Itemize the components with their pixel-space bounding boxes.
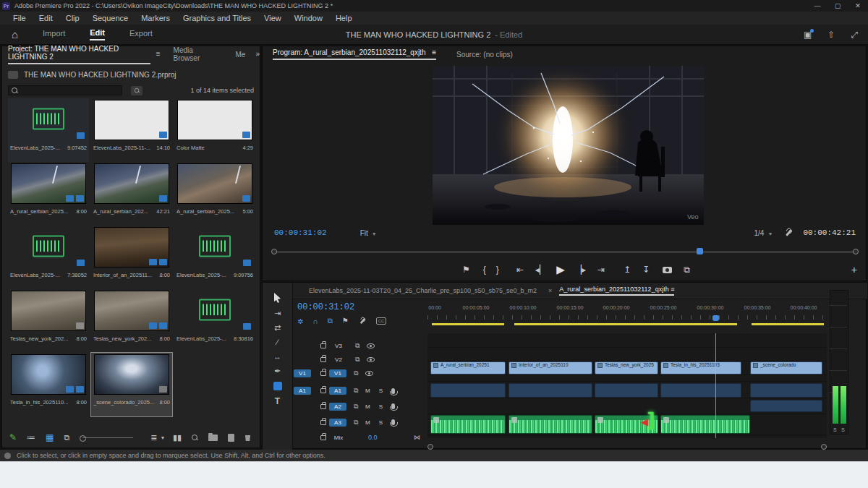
panel-menu-icon[interactable]: ≡	[156, 51, 161, 58]
project-item[interactable]: ElevenLabs_2025-...9:07452	[8, 98, 89, 162]
timeline-clip-music[interactable]	[660, 415, 750, 434]
project-item-selected[interactable]: _scene_colorado_2025...8:00	[91, 353, 172, 416]
sync-lock-icon[interactable]: ⧉	[355, 342, 359, 350]
writable-pencil-icon[interactable]: ✎	[9, 432, 17, 442]
timeline-clip-video[interactable]: A_rural_serbian_20251	[430, 361, 506, 374]
timeline-clip-video[interactable]: Teslas_new_york_2025	[595, 361, 658, 374]
menu-edit[interactable]: Edit	[39, 14, 53, 22]
track-name-a1[interactable]: A1	[329, 387, 346, 395]
zoom-slider[interactable]	[82, 437, 133, 438]
sync-lock-icon[interactable]: ⧉	[354, 403, 358, 411]
mix-level-value[interactable]: 0.0	[368, 434, 378, 441]
timeline-lanes[interactable]: A_rural_serbian_20251 Interior_of_an_202…	[427, 333, 827, 438]
lock-icon[interactable]	[320, 371, 326, 376]
track-name-v1[interactable]: V1	[329, 369, 346, 377]
project-item[interactable]: ElevenLabs_2025-...9:09756	[174, 226, 255, 289]
project-item[interactable]: A_rural_serbian_202...42:21	[91, 162, 172, 226]
project-item[interactable]: ElevenLabs_2025-...8:30816	[174, 289, 255, 353]
settings-wrench-icon[interactable]	[784, 228, 793, 237]
tab-program[interactable]: Program: A_rural_serbian_202511032112_qx…	[273, 48, 436, 60]
project-item[interactable]: A_rural_serbian_2025...5:00	[174, 162, 255, 226]
lock-icon[interactable]	[320, 420, 326, 425]
monitor-zoom-handle-left[interactable]	[271, 249, 277, 254]
project-item[interactable]: Color Matte4:29	[174, 98, 255, 162]
lift-icon[interactable]: ↥	[624, 265, 631, 275]
timeline-clip-audio[interactable]	[750, 383, 822, 398]
track-name-a3[interactable]: A3	[329, 419, 346, 427]
snap-icon[interactable]: ∩	[312, 317, 318, 325]
project-item[interactable]: ElevenLabs_2025-...7:38052	[8, 226, 89, 289]
trim-edit-bracket[interactable]: ]	[648, 408, 655, 431]
timeline-clip-audio[interactable]	[430, 383, 506, 398]
comparison-view-icon[interactable]: ⧉	[684, 265, 690, 275]
selection-tool-icon[interactable]	[273, 293, 281, 303]
source-patch-v1[interactable]: V1	[294, 369, 311, 377]
add-marker-icon[interactable]: ⚑	[462, 265, 470, 275]
timeline-settings-wrench-icon[interactable]	[359, 317, 366, 325]
tab-project[interactable]: Project: THE MAN WHO HACKED LIGHTNING 2	[8, 45, 150, 64]
track-visibility-eye-icon[interactable]	[367, 357, 375, 362]
timeline-clip-audio[interactable]	[509, 383, 592, 398]
search-bins-icon[interactable]	[131, 86, 142, 95]
voiceover-mic-icon[interactable]	[391, 388, 395, 394]
monitor-current-timecode[interactable]: 00:00:31:02	[274, 228, 327, 237]
solo-button[interactable]: S	[377, 388, 384, 394]
menu-file[interactable]: File	[13, 14, 26, 22]
minimize-button[interactable]: —	[807, 2, 827, 9]
maximize-button[interactable]: ▢	[827, 2, 848, 9]
fullscreen-icon[interactable]: ⤢	[851, 30, 858, 39]
timeline-clip-video[interactable]: _scene_colorado	[750, 361, 822, 374]
menu-sequence[interactable]: Sequence	[93, 14, 129, 22]
lock-icon[interactable]	[320, 357, 326, 362]
sort-chevron-icon[interactable]: ▼	[160, 435, 165, 440]
sync-lock-icon[interactable]: ⧉	[354, 369, 358, 377]
source-patch-a1[interactable]: A1	[294, 387, 311, 395]
step-forward-icon[interactable]: ▕▸	[575, 265, 586, 275]
sync-lock-icon[interactable]: ⧉	[355, 356, 359, 364]
meter-solo-left[interactable]: S	[833, 427, 837, 432]
search-input[interactable]	[8, 85, 122, 95]
home-icon[interactable]: ⌂	[12, 28, 18, 40]
sequence-tab-inactive[interactable]: ElevenLabs_2025-11-03T20_04_25_Charlie_p…	[309, 287, 537, 294]
lock-icon[interactable]	[320, 343, 326, 348]
freeform-view-icon[interactable]: ⧉	[64, 434, 69, 442]
export-frame-icon[interactable]	[663, 267, 672, 273]
play-button-icon[interactable]: ▶	[556, 263, 565, 276]
panel-overflow-chevron[interactable]: »	[255, 51, 260, 58]
timeline-ruler[interactable]: 00:00 00:00:05:00 00:00:10:00 00:00:15:0…	[427, 299, 827, 333]
tab-edit[interactable]: Edit	[90, 28, 105, 40]
delete-icon[interactable]	[244, 434, 251, 441]
project-item[interactable]: Tesla_in_his_2025110...8:00	[8, 353, 89, 416]
solo-button[interactable]: S	[377, 419, 384, 426]
slip-tool-icon[interactable]: ↔	[273, 353, 281, 361]
tab-media-browser[interactable]: Media Browser	[174, 46, 217, 62]
go-to-in-icon[interactable]: ⇤	[516, 265, 524, 275]
razor-tool-icon[interactable]: ∕	[277, 338, 278, 346]
timeline-current-timecode[interactable]: 00:00:31:02	[297, 302, 427, 312]
mute-button[interactable]: M	[364, 388, 371, 394]
button-editor-plus-icon[interactable]: +	[851, 264, 857, 275]
menu-view[interactable]: View	[264, 14, 281, 22]
timeline-clip-video[interactable]: Tesla_in_his_20251103	[660, 361, 741, 374]
project-item[interactable]: A_rural_serbian_2025...8:00	[8, 162, 89, 226]
timeline-clip-video[interactable]: Interior_of_an_2025110	[509, 361, 592, 374]
step-back-icon[interactable]: ◂▏	[535, 265, 546, 275]
project-item[interactable]: Interior_of_an_202511...8:00	[91, 226, 172, 289]
captions-icon[interactable]: CC	[376, 317, 387, 325]
linked-selection-icon[interactable]: ⧉	[328, 317, 333, 325]
tab-overflow-truncated[interactable]: Me	[236, 51, 246, 59]
track-visibility-eye-icon[interactable]	[365, 371, 373, 376]
sync-lock-icon[interactable]: ⧉	[354, 387, 358, 395]
fit-dropdown[interactable]: Fit▼	[360, 229, 377, 237]
monitor-zoom-handle-right[interactable]	[853, 249, 859, 254]
voiceover-mic-icon[interactable]	[391, 403, 395, 409]
ripple-edit-tool-icon[interactable]: ⇄	[274, 324, 281, 332]
menu-help[interactable]: Help	[336, 14, 352, 22]
sequence-tab-close-icon[interactable]: ×	[548, 287, 552, 294]
mute-button[interactable]: M	[364, 403, 371, 410]
tab-export[interactable]: Export	[129, 29, 153, 40]
mute-button[interactable]: M	[364, 419, 371, 426]
timeline-playhead-line[interactable]	[715, 333, 716, 438]
track-name-v2[interactable]: V2	[329, 356, 348, 363]
workspace-icon[interactable]: ▣	[804, 30, 812, 39]
